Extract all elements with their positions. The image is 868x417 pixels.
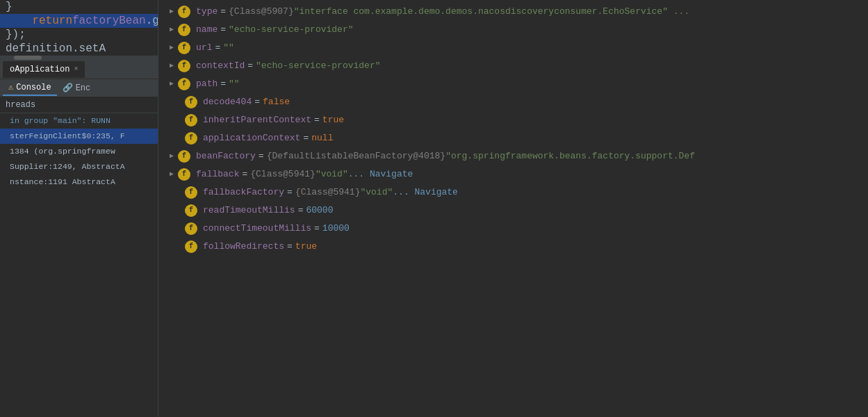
list-item[interactable]: Supplier:1249, AbstractA: [0, 159, 158, 174]
list-item[interactable]: 1384 (org.springframew: [0, 144, 158, 159]
inspector-row-fallbackfactory: f fallbackFactory = {Class@5941} "void" …: [158, 183, 868, 202]
inspector-row-path: ▶ f path = "": [158, 75, 868, 93]
navigate-link-2[interactable]: ... Navigate: [393, 183, 458, 202]
field-icon-f: f: [178, 78, 190, 90]
scrollbar-thumb[interactable]: [14, 56, 42, 60]
expand-arrow[interactable]: ▶: [170, 147, 174, 165]
thread-list: hreads in group "main": RUNN sterFeignCl…: [0, 97, 158, 260]
inspector-row-decode404: f decode404 = false: [158, 93, 868, 111]
expand-arrow[interactable]: ▶: [170, 3, 174, 21]
field-icon-f: f: [178, 24, 190, 36]
encode-icon: 🔗: [63, 83, 73, 93]
tab-encode[interactable]: 🔗 Enc: [57, 81, 97, 96]
code-line-1: }: [0, 0, 158, 14]
bottom-left-panel: ⚠ Console 🔗 Enc hreads in group "main": …: [0, 79, 158, 260]
code-editor-left: } return factoryBean .getObject(); facto…: [0, 0, 158, 56]
left-panel: } return factoryBean .getObject(); facto…: [0, 0, 158, 417]
expand-arrow[interactable]: ▶: [170, 21, 174, 39]
inspector-row-name: ▶ f name = "echo-service-provider": [158, 21, 868, 39]
debug-session-tab[interactable]: oApplication ×: [3, 61, 85, 78]
field-icon-f: f: [185, 132, 197, 145]
field-icon-f: f: [185, 114, 197, 126]
expand-arrow[interactable]: ▶: [170, 57, 174, 75]
debug-tab-label: oApplication: [10, 65, 69, 74]
inspector-row-fallback: ▶ f fallback = {Class@5941} "void" ... N…: [158, 165, 868, 183]
expand-arrow[interactable]: ▶: [170, 75, 174, 93]
expand-arrow[interactable]: ▶: [170, 39, 174, 57]
field-icon-f: f: [178, 6, 190, 18]
threads-header: hreads: [0, 97, 158, 113]
inspector-row-type: ▶ f type = {Class@5907} "interface com.e…: [158, 3, 868, 21]
console-icon: ⚠: [8, 82, 13, 92]
inspector-row-url: ▶ f url = "": [158, 39, 868, 57]
inspector-panel: ▶ f type = {Class@5907} "interface com.e…: [158, 0, 868, 417]
code-line-4: definition.setA: [0, 42, 158, 56]
main-container: } return factoryBean .getObject(); facto…: [0, 0, 868, 417]
field-icon-f: f: [185, 96, 197, 108]
console-tab-label: Console: [16, 83, 51, 92]
encode-tab-label: Enc: [76, 83, 91, 93]
console-tab-bar: ⚠ Console 🔗 Enc: [0, 79, 158, 97]
field-icon-f: f: [185, 204, 197, 217]
inspector-row-followredirects: f followRedirects = true: [158, 238, 868, 256]
field-icon-f: f: [178, 150, 190, 163]
field-icon-f: f: [185, 186, 197, 199]
field-icon-f: f: [178, 60, 190, 72]
field-icon-f: f: [178, 42, 190, 54]
threads-label: hreads: [6, 100, 35, 110]
list-item[interactable]: sterFeignClient$0:235, F: [0, 129, 158, 144]
code-line-3: });: [0, 28, 158, 42]
inspector-list: ▶ f type = {Class@5907} "interface com.e…: [158, 0, 868, 417]
list-item[interactable]: in group "main": RUNN: [0, 113, 158, 129]
field-icon-f: f: [185, 240, 197, 253]
inspector-row-applicationcontext: f applicationContext = null: [158, 129, 868, 147]
field-icon-f: f: [178, 168, 190, 181]
field-icon-f: f: [185, 222, 197, 235]
list-item[interactable]: nstance:1191 AbstractA: [0, 174, 158, 190]
inspector-row-beanfactory: ▶ f beanFactory = {DefaultListableBeanFa…: [158, 147, 868, 165]
debug-tab-close[interactable]: ×: [74, 65, 78, 73]
navigate-link[interactable]: ... Navigate: [348, 165, 413, 183]
debug-tab-bar: oApplication ×: [0, 60, 158, 79]
tab-console[interactable]: ⚠ Console: [3, 81, 57, 96]
inspector-row-readtimeout: f readTimeoutMillis = 60000: [158, 202, 868, 220]
expand-arrow[interactable]: ▶: [170, 165, 174, 183]
code-line-return: return factoryBean .getObject(); factory…: [0, 14, 158, 28]
inspector-row-contextid: ▶ f contextId = "echo-service-provider": [158, 57, 868, 75]
inspector-row-inheritparentcontext: f inheritParentContext = true: [158, 111, 868, 129]
scrollbar[interactable]: [0, 56, 158, 60]
inspector-row-connecttimeout: f connectTimeoutMillis = 10000: [158, 220, 868, 238]
